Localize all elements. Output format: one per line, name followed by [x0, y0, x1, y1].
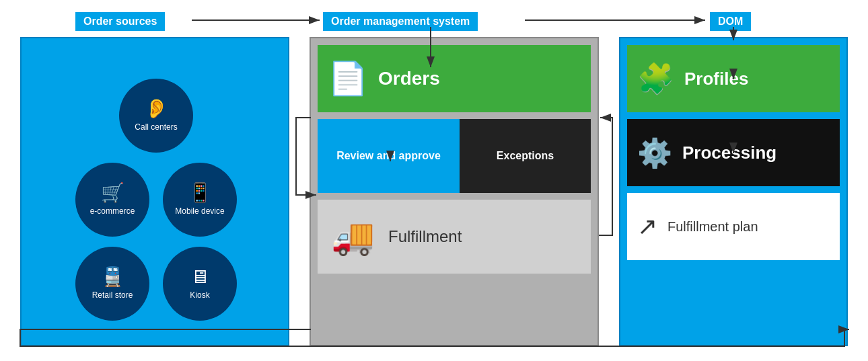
mobile-icon: 📱: [188, 184, 212, 202]
processing-label: Processing: [682, 143, 776, 163]
circle-row-bottom: 🚆 Retail store 🖥 Kiosk: [75, 247, 237, 321]
circle-row-middle: 🛒 e-commerce 📱 Mobile device: [75, 163, 237, 237]
oms-separator2: [318, 193, 591, 200]
exceptions-label: Exceptions: [497, 150, 554, 162]
diagram-container: Order sources Order management system DO…: [0, 0, 868, 361]
oms-fulfillment-section: 🚚 Fulfillment: [318, 200, 591, 274]
fulfillment-label: Fulfillment: [388, 227, 462, 246]
circles-grid: 👂 Call centers 🛒 e-commerce 📱 Mobile dev…: [35, 58, 277, 341]
share-icon: ↗: [637, 212, 657, 241]
mobile-label: Mobile device: [175, 206, 224, 216]
circle-mobile: 📱 Mobile device: [163, 163, 237, 237]
circle-ecommerce: 🛒 e-commerce: [75, 163, 149, 237]
orders-label: Orders: [378, 68, 440, 89]
dom-processing-section: ⚙️ Processing: [627, 119, 840, 186]
order-sources-box: 👂 Call centers 🛒 e-commerce 📱 Mobile dev…: [20, 37, 289, 346]
document-icon: 📄: [328, 60, 368, 97]
dom-box: 🧩 Profiles ⚙️ Processing ↗ Fulfillment p…: [619, 37, 848, 346]
oms-text: Order management system: [331, 15, 470, 27]
dom-fulfillment-section: ↗ Fulfillment plan: [627, 193, 840, 260]
dom-text: DOM: [718, 15, 743, 27]
dom-separator1: [627, 112, 840, 119]
cart-icon: 🛒: [101, 184, 124, 202]
retail-label: Retail store: [92, 290, 133, 300]
oms-review-section: Review and approve: [318, 119, 460, 193]
call-centers-label: Call centers: [135, 122, 177, 132]
train-icon: 🚆: [101, 268, 124, 286]
oms-exceptions-section: Exceptions: [460, 119, 591, 193]
kiosk-label: Kiosk: [190, 290, 209, 300]
circle-kiosk: 🖥 Kiosk: [163, 247, 237, 321]
label-oms: Order management system: [323, 12, 478, 31]
dom-separator2: [627, 186, 840, 193]
ecommerce-label: e-commerce: [90, 206, 135, 216]
circle-retail: 🚆 Retail store: [75, 247, 149, 321]
label-order-sources: Order sources: [75, 12, 165, 31]
oms-bottom: [318, 280, 591, 338]
label-dom: DOM: [710, 12, 751, 31]
order-sources-text: Order sources: [83, 15, 157, 27]
oms-separator1: [318, 112, 591, 119]
oms-middle-section: Review and approve Exceptions: [318, 119, 591, 193]
dom-bottom: [627, 267, 840, 338]
profiles-label: Profiles: [684, 69, 748, 89]
arrow-fulfillment-to-oms-right: [599, 118, 612, 235]
oms-box: 📄 Orders Review and approve Exceptions 🚚…: [310, 37, 599, 346]
circle-call-centers: 👂 Call centers: [119, 79, 193, 153]
truck-icon: 🚚: [331, 216, 375, 257]
oms-orders-section: 📄 Orders: [318, 45, 591, 112]
fulfillment-plan-label: Fulfillment plan: [667, 219, 758, 235]
kiosk-icon: 🖥: [190, 268, 209, 286]
circle-row-top: 👂 Call centers: [119, 79, 193, 153]
dom-profiles-section: 🧩 Profiles: [627, 45, 840, 112]
puzzle-icon: 🧩: [637, 61, 674, 96]
gears-icon: ⚙️: [637, 136, 672, 169]
review-label: Review and approve: [336, 150, 441, 162]
ear-icon: 👂: [145, 99, 168, 118]
